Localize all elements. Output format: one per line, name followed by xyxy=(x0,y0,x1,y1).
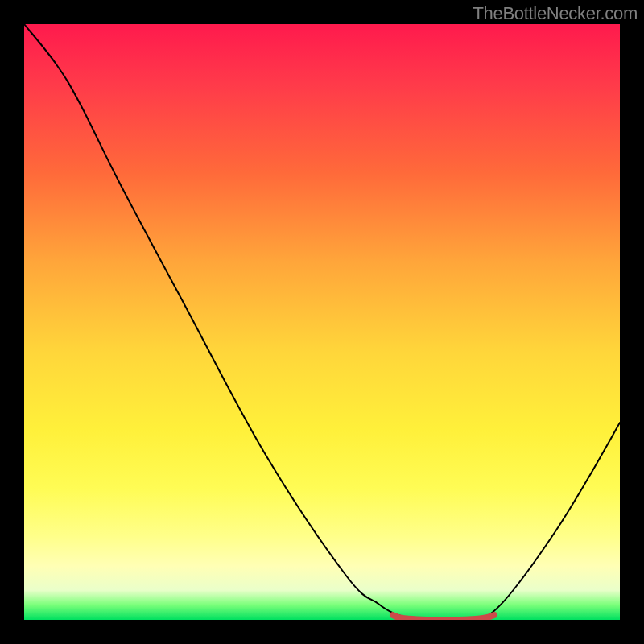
chart-background-gradient xyxy=(24,24,620,620)
watermark-text: TheBottleNecker.com xyxy=(473,3,638,24)
chart-frame xyxy=(24,24,620,620)
